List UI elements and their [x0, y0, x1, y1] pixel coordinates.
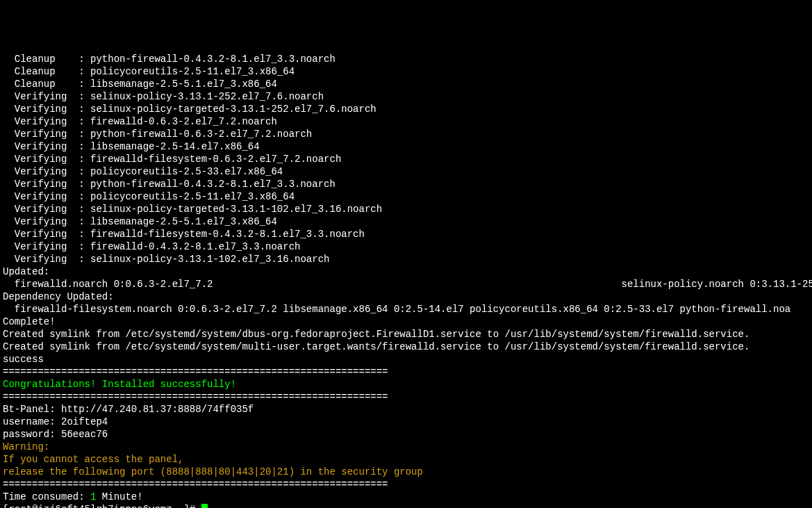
package-action-line: Verifying : selinux-policy-3.13.1-102.el…	[3, 253, 809, 265]
updated-header: Updated:	[3, 265, 809, 278]
bt-panel-line: Bt-Panel: http://47.240.81.37:8888/74ff0…	[3, 403, 809, 416]
package-action-line: Verifying : libsemanage-2.5-5.1.el7_3.x8…	[3, 215, 809, 228]
success-line: success	[3, 353, 809, 366]
package-action-line: Cleanup : python-firewall-0.4.3.2-8.1.el…	[3, 53, 809, 65]
username-line: username: 2oiftep4	[3, 416, 809, 428]
package-action-line: Verifying : firewalld-0.4.3.2-8.1.el7_3.…	[3, 240, 809, 253]
package-action-line: Verifying : libsemanage-2.5-14.el7.x86_6…	[3, 140, 809, 153]
package-action-line: Verifying : python-firewall-0.4.3.2-8.1.…	[3, 178, 809, 190]
symlink-line: Created symlink from /etc/systemd/system…	[3, 328, 809, 341]
dependency-packages: firewalld-filesystem.noarch 0:0.6.3-2.el…	[3, 303, 809, 316]
prompt-line[interactable]: [root@izj6cft45lgh7ippna6vcmz ~]#	[3, 503, 809, 508]
warning-line: release the following port (8888|888|80|…	[3, 466, 809, 478]
package-action-line: Verifying : policycoreutils-2.5-11.el7_3…	[3, 190, 809, 203]
package-action-line: Verifying : selinux-policy-targeted-3.13…	[3, 103, 809, 115]
package-action-line: Verifying : selinux-policy-3.13.1-252.el…	[3, 90, 809, 103]
package-action-line: Verifying : firewalld-0.6.3-2.el7_7.2.no…	[3, 115, 809, 128]
package-action-line: Verifying : python-firewall-0.6.3-2.el7_…	[3, 128, 809, 140]
separator-line: ========================================…	[3, 366, 809, 378]
separator-line: ========================================…	[3, 478, 809, 491]
time-consumed-label: Time consumed:	[3, 491, 90, 502]
symlink-line: Created symlink from /etc/systemd/system…	[3, 341, 809, 353]
dependency-header: Dependency Updated:	[3, 290, 809, 303]
cursor	[201, 504, 208, 508]
congratulations-line: Congratulations! Installed successfully!	[3, 378, 809, 391]
package-action-line: Verifying : selinux-policy-targeted-3.13…	[3, 203, 809, 215]
package-action-line: Cleanup : policycoreutils-2.5-11.el7_3.x…	[3, 65, 809, 78]
package-action-line: Verifying : firewalld-filesystem-0.6.3-2…	[3, 153, 809, 165]
updated-packages: firewalld.noarch 0:0.6.3-2.el7_7.2 selin…	[3, 278, 809, 290]
password-line: password: 56eeac76	[3, 428, 809, 441]
time-consumed-line: Time consumed: 1 Minute!	[3, 491, 809, 503]
separator-line: ========================================…	[3, 391, 809, 403]
package-action-line: Verifying : policycoreutils-2.5-33.el7.x…	[3, 165, 809, 178]
complete-line: Complete!	[3, 316, 809, 328]
time-consumed-unit: Minute!	[96, 491, 142, 502]
prompt-text: [root@izj6cft45lgh7ippna6vcmz ~]#	[3, 504, 201, 508]
package-action-line: Cleanup : libsemanage-2.5-5.1.el7_3.x86_…	[3, 78, 809, 90]
warning-line: If you cannot access the panel,	[3, 453, 809, 466]
terminal-output[interactable]: Cleanup : python-firewall-0.4.3.2-8.1.el…	[3, 53, 809, 508]
warning-header: Warning:	[3, 441, 809, 453]
package-action-line: Verifying : firewalld-filesystem-0.4.3.2…	[3, 228, 809, 240]
